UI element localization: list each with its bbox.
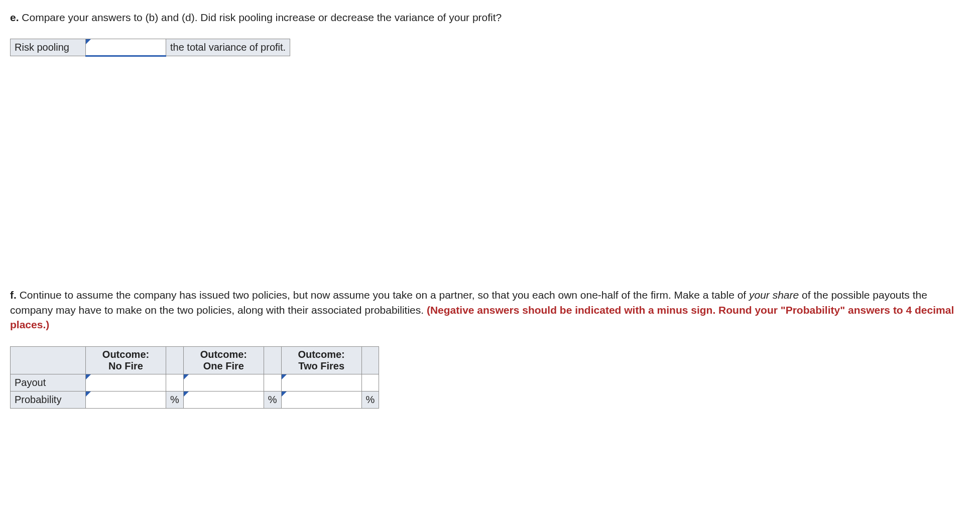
- text-e: Compare your answers to (b) and (d). Did…: [19, 12, 502, 23]
- payout-spacer-2: [264, 374, 281, 391]
- dropdown-marker-icon: [86, 39, 91, 44]
- row-probability-label: Probability: [11, 391, 86, 408]
- input-payout-twofires[interactable]: [281, 374, 361, 391]
- header-one-fire-a: Outcome:: [200, 349, 247, 360]
- header-two-fires-a: Outcome:: [298, 349, 344, 360]
- header-blank: [11, 346, 86, 374]
- header-two-fires-b: Two Fires: [298, 360, 344, 371]
- input-prob-twofires[interactable]: [281, 391, 361, 408]
- payout-spacer-3: [361, 374, 379, 391]
- cell-risk-pooling: Risk pooling: [11, 39, 86, 56]
- dropdown-marker-icon: [282, 374, 287, 379]
- cell-variance-phrase: the total variance of profit.: [166, 39, 290, 56]
- text-f-italic: your share: [749, 289, 799, 301]
- label-e: e.: [10, 12, 19, 23]
- label-f: f.: [10, 289, 17, 301]
- dropdown-marker-icon: [86, 374, 91, 379]
- dropdown-marker-icon: [184, 374, 189, 379]
- header-pct-spacer-3: [361, 346, 379, 374]
- header-no-fire: Outcome: No Fire: [86, 346, 166, 374]
- text-f-a: Continue to assume the company has issue…: [17, 289, 749, 301]
- header-two-fires: Outcome: Two Fires: [281, 346, 361, 374]
- question-e: e. Compare your answers to (b) and (d). …: [10, 10, 970, 25]
- header-one-fire-b: One Fire: [203, 360, 244, 371]
- payout-spacer-1: [166, 374, 184, 391]
- header-one-fire: Outcome: One Fire: [183, 346, 264, 374]
- pct-1: %: [166, 391, 184, 408]
- header-no-fire-b: No Fire: [108, 360, 143, 371]
- input-prob-nofire[interactable]: [86, 391, 166, 408]
- header-no-fire-a: Outcome:: [102, 349, 149, 360]
- row-payout-label: Payout: [11, 374, 86, 391]
- input-payout-onefire[interactable]: [183, 374, 264, 391]
- dropdown-risk-pooling[interactable]: [86, 39, 166, 56]
- input-payout-nofire[interactable]: [86, 374, 166, 391]
- dropdown-marker-icon: [282, 392, 287, 397]
- header-pct-spacer-2: [264, 346, 281, 374]
- pct-2: %: [264, 391, 281, 408]
- dropdown-marker-icon: [184, 392, 189, 397]
- dropdown-marker-icon: [86, 392, 91, 397]
- table-f: Outcome: No Fire Outcome: One Fire Outco…: [10, 346, 379, 409]
- whitespace: [10, 77, 970, 288]
- table-e: Risk pooling the total variance of profi…: [10, 39, 290, 57]
- question-f: f. Continue to assume the company has is…: [10, 288, 970, 332]
- header-pct-spacer-1: [166, 346, 184, 374]
- pct-3: %: [361, 391, 379, 408]
- input-prob-onefire[interactable]: [183, 391, 264, 408]
